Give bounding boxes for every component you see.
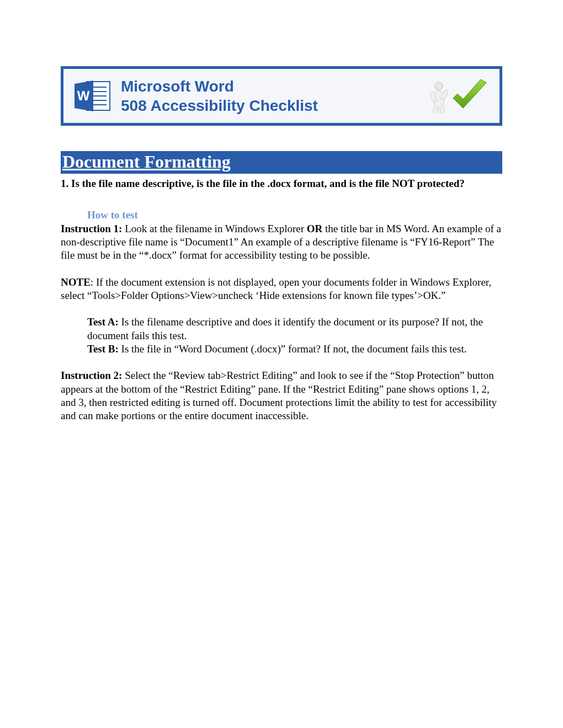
instruction-1-label: Instruction 1: (61, 223, 122, 234)
test-a-label: Test A: (87, 316, 119, 328)
instruction-1-or: OR (307, 223, 323, 234)
instruction-1-text-a: Look at the filename in Windows Explorer (122, 223, 306, 234)
banner-line1: Microsoft Word (121, 78, 234, 95)
svg-point-8 (435, 82, 443, 90)
checklist-question: 1. Is the file name descriptive, is the … (61, 177, 502, 190)
banner-line2: 508 Accessibility Checklist (121, 97, 318, 114)
test-b-text: Is the file in “Word Document (.docx)” f… (119, 343, 467, 355)
person-icon (428, 81, 450, 114)
instruction-2: Instruction 2: Select the “Review tab>Re… (61, 369, 502, 422)
svg-point-13 (440, 106, 444, 114)
test-a: Test A: Is the filename descriptive and … (87, 315, 502, 342)
header-banner: W Microsoft Word 508 Accessibility Check… (61, 66, 502, 126)
word-icon: W (73, 78, 111, 114)
test-b-label: Test B: (87, 343, 119, 355)
svg-text:W: W (77, 88, 90, 103)
test-a-text: Is the filename descriptive and does it … (87, 316, 483, 341)
checkmark-icon (450, 78, 490, 114)
banner-title: Microsoft Word 508 Accessibility Checkli… (121, 77, 418, 115)
test-b: Test B: Is the file in “Word Document (.… (87, 342, 502, 356)
tests-block: Test A: Is the filename descriptive and … (87, 315, 502, 356)
instruction-2-text: Select the “Review tab>Restrict Editing”… (61, 370, 497, 421)
note-block: NOTE: If the document extension is not d… (61, 276, 502, 303)
note-label: NOTE (61, 276, 91, 288)
instruction-1: Instruction 1: Look at the filename in W… (61, 222, 502, 263)
svg-point-12 (433, 106, 438, 114)
how-to-test-heading: How to test (87, 209, 502, 221)
checkmark-graphic (428, 78, 490, 114)
section-heading: Document Formatting (61, 151, 502, 174)
instruction-2-label: Instruction 2: (61, 370, 122, 381)
note-text: : If the document extension is not displ… (61, 276, 491, 301)
